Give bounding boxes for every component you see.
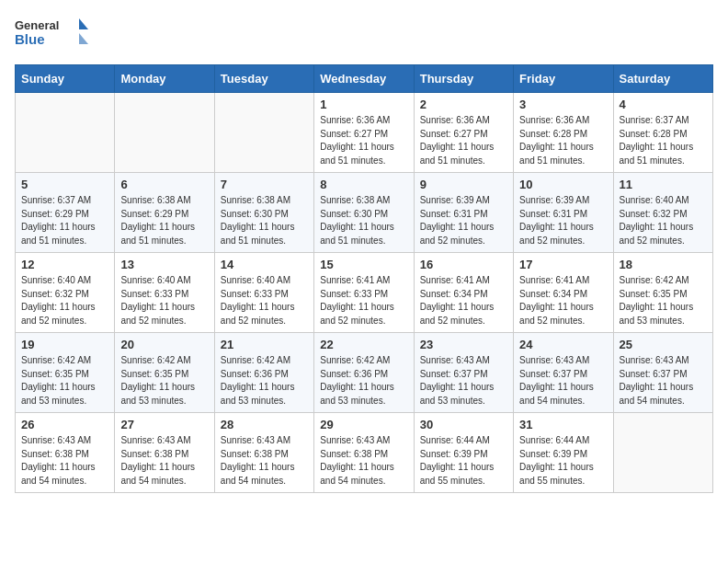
day-info: Sunrise: 6:38 AMSunset: 6:29 PMDaylight:… (120, 194, 208, 247)
day-number: 18 (620, 258, 707, 271)
calendar-cell (115, 93, 214, 173)
day-info: Sunrise: 6:38 AMSunset: 6:30 PMDaylight:… (221, 194, 308, 247)
weekday-header-sunday: Sunday (16, 65, 115, 93)
calendar-cell: 25Sunrise: 6:43 AMSunset: 6:37 PMDayligh… (613, 333, 712, 413)
day-info: Sunrise: 6:37 AMSunset: 6:29 PMDaylight:… (21, 194, 108, 247)
day-number: 21 (221, 338, 308, 351)
calendar-cell: 8Sunrise: 6:38 AMSunset: 6:30 PMDaylight… (314, 173, 414, 253)
day-info: Sunrise: 6:43 AMSunset: 6:37 PMDaylight:… (620, 354, 707, 408)
calendar-cell: 22Sunrise: 6:42 AMSunset: 6:36 PMDayligh… (314, 333, 414, 413)
calendar-cell: 6Sunrise: 6:38 AMSunset: 6:29 PMDaylight… (115, 173, 214, 253)
weekday-header-saturday: Saturday (613, 65, 712, 93)
day-number: 30 (420, 418, 507, 431)
weekday-header-wednesday: Wednesday (314, 65, 414, 93)
calendar-cell: 11Sunrise: 6:40 AMSunset: 6:32 PMDayligh… (613, 173, 712, 253)
page-header: General Blue (15, 15, 713, 53)
day-number: 22 (320, 338, 407, 351)
day-number: 24 (519, 338, 607, 351)
day-info: Sunrise: 6:42 AMSunset: 6:35 PMDaylight:… (120, 354, 208, 408)
calendar-cell: 3Sunrise: 6:36 AMSunset: 6:28 PMDaylight… (514, 93, 613, 173)
day-info: Sunrise: 6:39 AMSunset: 6:31 PMDaylight:… (420, 194, 507, 247)
day-number: 2 (420, 98, 507, 111)
day-number: 7 (221, 178, 308, 191)
logo-svg: General Blue (15, 15, 88, 53)
day-info: Sunrise: 6:43 AMSunset: 6:37 PMDaylight:… (420, 354, 507, 408)
day-info: Sunrise: 6:42 AMSunset: 6:36 PMDaylight:… (320, 354, 407, 408)
calendar-cell: 1Sunrise: 6:36 AMSunset: 6:27 PMDaylight… (314, 93, 414, 173)
calendar-cell: 17Sunrise: 6:41 AMSunset: 6:34 PMDayligh… (514, 253, 613, 333)
calendar-cell: 31Sunrise: 6:44 AMSunset: 6:39 PMDayligh… (514, 413, 613, 493)
calendar-week-2: 5Sunrise: 6:37 AMSunset: 6:29 PMDaylight… (16, 173, 713, 253)
day-info: Sunrise: 6:40 AMSunset: 6:32 PMDaylight:… (21, 274, 108, 327)
day-number: 19 (21, 338, 108, 351)
day-info: Sunrise: 6:43 AMSunset: 6:38 PMDaylight:… (320, 434, 407, 488)
day-info: Sunrise: 6:40 AMSunset: 6:33 PMDaylight:… (120, 274, 208, 327)
day-info: Sunrise: 6:44 AMSunset: 6:39 PMDaylight:… (420, 434, 507, 488)
weekday-header-thursday: Thursday (414, 65, 513, 93)
day-info: Sunrise: 6:36 AMSunset: 6:28 PMDaylight:… (519, 114, 607, 167)
day-number: 23 (420, 338, 507, 351)
day-info: Sunrise: 6:41 AMSunset: 6:33 PMDaylight:… (320, 274, 407, 327)
calendar-week-4: 19Sunrise: 6:42 AMSunset: 6:35 PMDayligh… (16, 333, 713, 413)
calendar-cell: 9Sunrise: 6:39 AMSunset: 6:31 PMDaylight… (414, 173, 513, 253)
calendar-cell: 20Sunrise: 6:42 AMSunset: 6:35 PMDayligh… (115, 333, 214, 413)
calendar-table: SundayMondayTuesdayWednesdayThursdayFrid… (15, 64, 713, 493)
day-number: 13 (120, 258, 208, 271)
day-number: 16 (420, 258, 507, 271)
calendar-cell: 16Sunrise: 6:41 AMSunset: 6:34 PMDayligh… (414, 253, 513, 333)
day-number: 5 (21, 178, 108, 191)
day-number: 4 (620, 98, 707, 111)
day-info: Sunrise: 6:42 AMSunset: 6:36 PMDaylight:… (221, 354, 308, 408)
calendar-cell: 26Sunrise: 6:43 AMSunset: 6:38 PMDayligh… (16, 413, 115, 493)
day-info: Sunrise: 6:40 AMSunset: 6:32 PMDaylight:… (620, 194, 707, 247)
calendar-cell: 29Sunrise: 6:43 AMSunset: 6:38 PMDayligh… (314, 413, 414, 493)
calendar-cell (214, 93, 313, 173)
day-info: Sunrise: 6:43 AMSunset: 6:38 PMDaylight:… (221, 434, 308, 488)
day-info: Sunrise: 6:36 AMSunset: 6:27 PMDaylight:… (420, 114, 507, 167)
calendar-week-1: 1Sunrise: 6:36 AMSunset: 6:27 PMDaylight… (16, 93, 713, 173)
day-info: Sunrise: 6:37 AMSunset: 6:28 PMDaylight:… (620, 114, 707, 167)
weekday-header-row: SundayMondayTuesdayWednesdayThursdayFrid… (16, 65, 713, 93)
day-number: 11 (620, 178, 707, 191)
calendar-cell: 2Sunrise: 6:36 AMSunset: 6:27 PMDaylight… (414, 93, 513, 173)
weekday-header-monday: Monday (115, 65, 214, 93)
day-info: Sunrise: 6:41 AMSunset: 6:34 PMDaylight:… (420, 274, 507, 327)
day-number: 14 (221, 258, 308, 271)
day-number: 26 (21, 418, 108, 431)
calendar-week-3: 12Sunrise: 6:40 AMSunset: 6:32 PMDayligh… (16, 253, 713, 333)
calendar-cell: 15Sunrise: 6:41 AMSunset: 6:33 PMDayligh… (314, 253, 414, 333)
day-number: 27 (120, 418, 208, 431)
calendar-cell: 10Sunrise: 6:39 AMSunset: 6:31 PMDayligh… (514, 173, 613, 253)
day-number: 28 (221, 418, 308, 431)
day-number: 1 (320, 98, 407, 111)
svg-text:Blue: Blue (15, 31, 45, 47)
day-info: Sunrise: 6:43 AMSunset: 6:38 PMDaylight:… (21, 434, 108, 488)
calendar-cell: 24Sunrise: 6:43 AMSunset: 6:37 PMDayligh… (514, 333, 613, 413)
weekday-header-tuesday: Tuesday (214, 65, 313, 93)
day-number: 17 (519, 258, 607, 271)
day-number: 20 (120, 338, 208, 351)
calendar-cell (16, 93, 115, 173)
day-info: Sunrise: 6:42 AMSunset: 6:35 PMDaylight:… (21, 354, 108, 408)
logo: General Blue (15, 15, 88, 53)
day-number: 9 (420, 178, 507, 191)
calendar-cell: 4Sunrise: 6:37 AMSunset: 6:28 PMDaylight… (613, 93, 712, 173)
calendar-cell: 30Sunrise: 6:44 AMSunset: 6:39 PMDayligh… (414, 413, 513, 493)
calendar-week-5: 26Sunrise: 6:43 AMSunset: 6:38 PMDayligh… (16, 413, 713, 493)
calendar-cell: 21Sunrise: 6:42 AMSunset: 6:36 PMDayligh… (214, 333, 313, 413)
day-number: 8 (320, 178, 407, 191)
day-info: Sunrise: 6:44 AMSunset: 6:39 PMDaylight:… (519, 434, 607, 488)
calendar-cell: 18Sunrise: 6:42 AMSunset: 6:35 PMDayligh… (613, 253, 712, 333)
day-info: Sunrise: 6:38 AMSunset: 6:30 PMDaylight:… (320, 194, 407, 247)
calendar-cell: 19Sunrise: 6:42 AMSunset: 6:35 PMDayligh… (16, 333, 115, 413)
calendar-cell: 23Sunrise: 6:43 AMSunset: 6:37 PMDayligh… (414, 333, 513, 413)
day-number: 10 (519, 178, 607, 191)
calendar-cell: 5Sunrise: 6:37 AMSunset: 6:29 PMDaylight… (16, 173, 115, 253)
calendar-cell: 7Sunrise: 6:38 AMSunset: 6:30 PMDaylight… (214, 173, 313, 253)
svg-text:General: General (15, 18, 59, 32)
day-info: Sunrise: 6:36 AMSunset: 6:27 PMDaylight:… (320, 114, 407, 167)
day-number: 12 (21, 258, 108, 271)
day-info: Sunrise: 6:39 AMSunset: 6:31 PMDaylight:… (519, 194, 607, 247)
day-info: Sunrise: 6:43 AMSunset: 6:38 PMDaylight:… (120, 434, 208, 488)
day-info: Sunrise: 6:41 AMSunset: 6:34 PMDaylight:… (519, 274, 607, 327)
